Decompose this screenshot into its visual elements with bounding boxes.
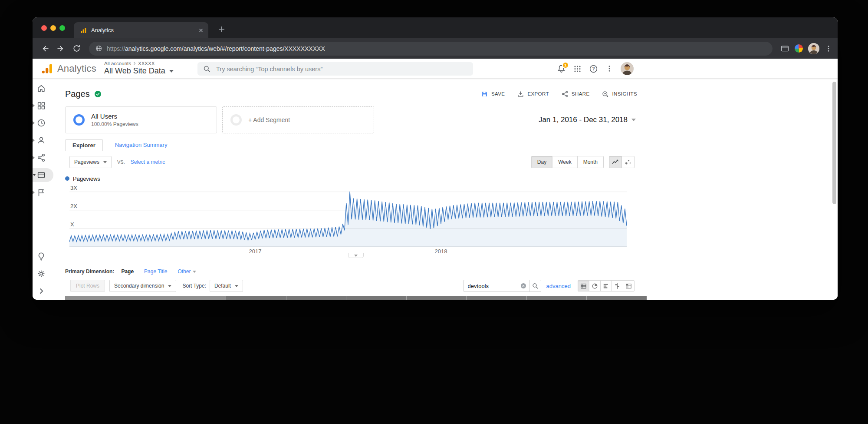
segment-detail: 100.00% Pageviews (91, 121, 138, 127)
advanced-search-link[interactable]: advanced (546, 283, 571, 289)
pageviews-chart[interactable]: X2X3X20172018 (65, 183, 647, 257)
secondary-dimension-selector[interactable]: Secondary dimension (109, 280, 176, 292)
percentage-view-button[interactable] (589, 280, 601, 292)
sidebar-item-behavior[interactable] (33, 166, 57, 184)
report-content: Pages SAVE (57, 79, 838, 300)
table-controls-right: advanced (464, 280, 635, 292)
chevron-right-icon (36, 286, 46, 296)
breadcrumb[interactable]: All accounts XXXXX (104, 61, 174, 66)
collapse-chart-button[interactable] (348, 253, 364, 258)
header-menu-button[interactable] (605, 65, 613, 73)
plot-rows-button[interactable]: Plot Rows (70, 280, 105, 292)
tab-navigation-summary-label: Navigation Summary (115, 142, 168, 148)
dimension-page-title-label: Page Title (144, 268, 167, 275)
table-header-cell (346, 296, 406, 300)
export-button[interactable]: EXPORT (517, 90, 549, 98)
sidebar-item-insights[interactable] (33, 248, 57, 265)
close-tab-button[interactable] (198, 27, 204, 33)
browser-menu-button[interactable] (825, 45, 832, 53)
sidebar-item-audience[interactable] (33, 132, 57, 149)
save-button[interactable]: SAVE (481, 90, 505, 98)
window-zoom-button[interactable] (59, 25, 65, 31)
browser-profile-avatar[interactable] (808, 43, 819, 54)
customization-icon (36, 101, 46, 110)
clock-icon (36, 118, 46, 128)
pivot-view-button[interactable] (623, 280, 635, 292)
tab-explorer[interactable]: Explorer (65, 139, 103, 151)
export-icon (517, 90, 524, 98)
sidebar-item-realtime[interactable] (33, 114, 57, 132)
metric-selector[interactable]: Pageviews (69, 156, 112, 168)
collapse-nav-button[interactable] (33, 282, 57, 300)
verified-badge-icon (94, 90, 102, 98)
reload-button[interactable] (69, 41, 84, 56)
chart-type-motion-button[interactable] (621, 156, 635, 168)
window-minimize-button[interactable] (50, 25, 56, 31)
chart-type-line-button[interactable] (609, 156, 622, 168)
sort-type-selector[interactable]: Default (210, 280, 243, 292)
help-button[interactable]: ? (589, 64, 598, 73)
address-bar[interactable]: https://analytics.google.com/analytics/w… (89, 42, 773, 56)
share-button[interactable]: SHARE (561, 90, 590, 98)
table-header-cell (466, 296, 526, 300)
data-view-button[interactable] (578, 280, 589, 292)
granularity-month-button[interactable]: Month (577, 156, 604, 168)
sidebar-item-admin[interactable] (33, 265, 57, 282)
select-metric-link[interactable]: Select a metric (131, 159, 165, 165)
property-selector[interactable]: All Web Site Data (104, 66, 174, 76)
primary-dimension-label: Primary Dimension: (65, 268, 114, 275)
table-header-cell (65, 296, 226, 300)
comparison-view-button[interactable] (612, 280, 623, 292)
search-icon (203, 65, 211, 73)
table-header-cell (286, 296, 346, 300)
expand-caret-icon (33, 156, 35, 159)
browser-tab[interactable]: Analytics (74, 22, 208, 38)
sidebar-item-conversions[interactable] (33, 184, 57, 201)
site-info-icon[interactable] (95, 45, 102, 52)
user-avatar[interactable] (621, 62, 634, 75)
notification-badge: 1 (562, 62, 569, 69)
breadcrumb-all-accounts[interactable]: All accounts (104, 61, 131, 66)
colorful-extension-icon[interactable] (795, 44, 803, 53)
notifications-button[interactable]: 1 (557, 64, 566, 73)
chevron-down-icon (631, 119, 636, 121)
vs-label: VS. (117, 159, 125, 165)
new-tab-button[interactable] (215, 23, 228, 36)
tab-navigation-summary[interactable]: Navigation Summary (109, 139, 174, 151)
scrollbar-thumb[interactable] (832, 82, 836, 204)
forward-button[interactable] (53, 41, 68, 56)
sidebar-item-acquisition[interactable] (33, 149, 57, 166)
add-segment-button[interactable]: + Add Segment (222, 106, 374, 133)
table-view-toggles (578, 280, 635, 292)
table-search-button[interactable] (529, 280, 541, 292)
metric-selector-value: Pageviews (74, 159, 99, 165)
insights-button[interactable]: INSIGHTS (602, 90, 637, 98)
window-close-button[interactable] (41, 25, 47, 31)
header-search[interactable] (197, 62, 473, 76)
segment-all-users[interactable]: All Users 100.00% Pageviews (65, 106, 217, 133)
svg-text:2018: 2018 (435, 248, 447, 255)
dimension-page-title[interactable]: Page Title (144, 268, 167, 275)
expand-caret-icon (33, 121, 35, 125)
granularity-day-button[interactable]: Day (531, 156, 552, 168)
apps-grid-button[interactable] (573, 65, 582, 73)
clear-search-icon[interactable] (520, 282, 527, 289)
back-button[interactable] (38, 41, 53, 56)
behavior-icon (36, 170, 46, 180)
table-header-row (65, 296, 647, 300)
granularity-week-button[interactable]: Week (552, 156, 577, 168)
date-range-picker[interactable]: Jan 1, 2016 - Dec 31, 2018 (539, 106, 636, 133)
search-input[interactable] (216, 66, 468, 73)
chart-legend: Pageviews (65, 176, 647, 182)
report-actions: SAVE EXPORT SHARE (481, 90, 637, 98)
analytics-logo[interactable]: Analytics (41, 63, 96, 74)
dimension-other[interactable]: Other (178, 268, 196, 275)
sidebar-item-home[interactable] (33, 80, 57, 97)
product-name: Analytics (57, 63, 96, 74)
sidebar-item-customization[interactable] (33, 97, 57, 114)
collapse-caret-icon (33, 174, 36, 176)
dimension-page[interactable]: Page (121, 268, 134, 275)
dimension-other-label: Other (178, 268, 191, 275)
performance-view-button[interactable] (600, 280, 612, 292)
card-icon[interactable] (780, 44, 789, 53)
